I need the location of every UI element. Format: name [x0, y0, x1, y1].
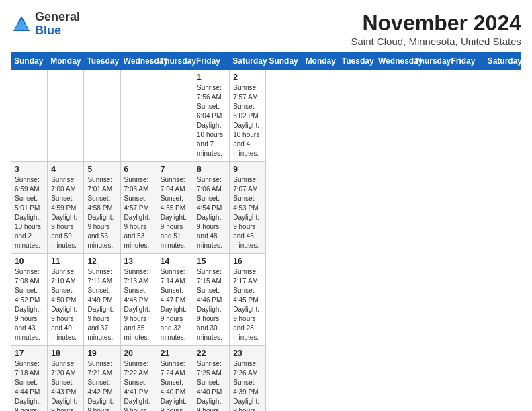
- logo-general: General: [35, 11, 80, 24]
- day-info: Sunrise: 7:25 AM Sunset: 4:40 PM Dayligh…: [197, 359, 226, 411]
- col-header-tuesday: Tuesday: [339, 53, 375, 70]
- day-number: 3: [15, 165, 44, 174]
- calendar-cell: 8Sunrise: 7:06 AM Sunset: 4:54 PM Daylig…: [193, 162, 230, 254]
- day-number: 17: [15, 349, 44, 358]
- day-number: 23: [233, 349, 262, 358]
- day-info: Sunrise: 7:24 AM Sunset: 4:40 PM Dayligh…: [161, 359, 189, 411]
- day-number: 12: [87, 257, 116, 266]
- location: Saint Cloud, Minnesota, United States: [351, 36, 521, 47]
- calendar-table: SundayMondayTuesdayWednesdayThursdayFrid…: [11, 52, 521, 411]
- calendar-cell: 17Sunrise: 7:18 AM Sunset: 4:44 PM Dayli…: [11, 346, 48, 412]
- day-number: 20: [124, 349, 153, 358]
- month-title: November 2024: [351, 11, 521, 36]
- day-info: Sunrise: 7:22 AM Sunset: 4:41 PM Dayligh…: [124, 359, 153, 411]
- calendar-cell: 10Sunrise: 7:08 AM Sunset: 4:52 PM Dayli…: [11, 254, 48, 346]
- day-info: Sunrise: 7:26 AM Sunset: 4:39 PM Dayligh…: [233, 359, 262, 411]
- calendar-cell: 5Sunrise: 7:01 AM Sunset: 4:58 PM Daylig…: [84, 162, 120, 254]
- calendar-cell: 15Sunrise: 7:15 AM Sunset: 4:46 PM Dayli…: [193, 254, 230, 346]
- day-number: 2: [233, 73, 262, 82]
- day-number: 11: [51, 257, 80, 266]
- logo-blue: Blue: [35, 24, 80, 38]
- calendar-week-row: 1Sunrise: 7:56 AM Sunset: 6:04 PM Daylig…: [11, 70, 521, 162]
- col-header-friday: Friday: [448, 53, 484, 70]
- title-area: November 2024 Saint Cloud, Minnesota, Un…: [351, 11, 521, 47]
- col-header-saturday: Saturday: [484, 53, 521, 70]
- day-info: Sunrise: 7:01 AM Sunset: 4:58 PM Dayligh…: [87, 175, 116, 250]
- day-info: Sunrise: 7:11 AM Sunset: 4:49 PM Dayligh…: [87, 267, 116, 342]
- header-friday: Friday: [193, 53, 230, 70]
- calendar-cell: 18Sunrise: 7:20 AM Sunset: 4:43 PM Dayli…: [48, 346, 84, 412]
- logo-icon: [11, 13, 32, 35]
- logo-text: General Blue: [35, 11, 80, 38]
- day-info: Sunrise: 7:00 AM Sunset: 4:59 PM Dayligh…: [51, 175, 80, 250]
- calendar-cell: [48, 70, 84, 162]
- day-info: Sunrise: 7:56 AM Sunset: 6:04 PM Dayligh…: [197, 83, 226, 158]
- day-number: 22: [197, 349, 226, 358]
- day-number: 6: [124, 165, 153, 174]
- day-info: Sunrise: 7:17 AM Sunset: 4:45 PM Dayligh…: [233, 267, 262, 342]
- calendar-cell: [11, 70, 48, 162]
- header-thursday: Thursday: [157, 53, 193, 70]
- calendar-cell: 13Sunrise: 7:13 AM Sunset: 4:48 PM Dayli…: [120, 254, 157, 346]
- calendar-week-row: 17Sunrise: 7:18 AM Sunset: 4:44 PM Dayli…: [11, 346, 521, 412]
- calendar-cell: 9Sunrise: 7:07 AM Sunset: 4:53 PM Daylig…: [230, 162, 266, 254]
- logo: General Blue: [11, 11, 80, 38]
- day-number: 19: [87, 349, 116, 358]
- calendar-cell: 20Sunrise: 7:22 AM Sunset: 4:41 PM Dayli…: [120, 346, 157, 412]
- day-number: 5: [87, 165, 116, 174]
- header: General Blue November 2024 Saint Cloud, …: [11, 11, 521, 47]
- calendar-cell: 14Sunrise: 7:14 AM Sunset: 4:47 PM Dayli…: [157, 254, 193, 346]
- header-saturday: Saturday: [230, 53, 266, 70]
- calendar-cell: 23Sunrise: 7:26 AM Sunset: 4:39 PM Dayli…: [230, 346, 266, 412]
- col-header-thursday: Thursday: [412, 53, 448, 70]
- day-number: 13: [124, 257, 153, 266]
- svg-marker-1: [15, 19, 28, 30]
- calendar-cell: [157, 70, 193, 162]
- calendar-cell: 1Sunrise: 7:56 AM Sunset: 6:04 PM Daylig…: [193, 70, 230, 162]
- calendar-cell: 3Sunrise: 6:59 AM Sunset: 5:01 PM Daylig…: [11, 162, 48, 254]
- calendar-cell: 22Sunrise: 7:25 AM Sunset: 4:40 PM Dayli…: [193, 346, 230, 412]
- calendar-header-row: SundayMondayTuesdayWednesdayThursdayFrid…: [11, 53, 521, 70]
- day-number: 10: [15, 257, 44, 266]
- day-number: 4: [51, 165, 80, 174]
- header-tuesday: Tuesday: [84, 53, 120, 70]
- day-info: Sunrise: 7:10 AM Sunset: 4:50 PM Dayligh…: [51, 267, 80, 342]
- day-number: 7: [161, 165, 189, 174]
- calendar-cell: 12Sunrise: 7:11 AM Sunset: 4:49 PM Dayli…: [84, 254, 120, 346]
- col-header-monday: Monday: [302, 53, 339, 70]
- day-number: 14: [161, 257, 189, 266]
- calendar-cell: 21Sunrise: 7:24 AM Sunset: 4:40 PM Dayli…: [157, 346, 193, 412]
- day-info: Sunrise: 7:07 AM Sunset: 4:53 PM Dayligh…: [233, 175, 262, 250]
- day-number: 21: [161, 349, 189, 358]
- day-info: Sunrise: 7:06 AM Sunset: 4:54 PM Dayligh…: [197, 175, 226, 250]
- header-sunday: Sunday: [11, 53, 48, 70]
- day-number: 16: [233, 257, 262, 266]
- day-info: Sunrise: 7:14 AM Sunset: 4:47 PM Dayligh…: [161, 267, 189, 342]
- calendar-cell: 4Sunrise: 7:00 AM Sunset: 4:59 PM Daylig…: [48, 162, 84, 254]
- col-header-wednesday: Wednesday: [375, 53, 412, 70]
- header-monday: Monday: [48, 53, 84, 70]
- calendar-cell: 7Sunrise: 7:04 AM Sunset: 4:55 PM Daylig…: [157, 162, 193, 254]
- day-info: Sunrise: 7:57 AM Sunset: 6:02 PM Dayligh…: [233, 83, 262, 158]
- calendar-cell: [84, 70, 120, 162]
- calendar-cell: 2Sunrise: 7:57 AM Sunset: 6:02 PM Daylig…: [230, 70, 266, 162]
- day-info: Sunrise: 7:15 AM Sunset: 4:46 PM Dayligh…: [197, 267, 226, 342]
- day-number: 15: [197, 257, 226, 266]
- day-number: 1: [197, 73, 226, 82]
- day-info: Sunrise: 7:21 AM Sunset: 4:42 PM Dayligh…: [87, 359, 116, 411]
- calendar-cell: 6Sunrise: 7:03 AM Sunset: 4:57 PM Daylig…: [120, 162, 157, 254]
- day-number: 18: [51, 349, 80, 358]
- calendar-cell: [120, 70, 157, 162]
- day-info: Sunrise: 7:18 AM Sunset: 4:44 PM Dayligh…: [15, 359, 44, 411]
- day-info: Sunrise: 7:13 AM Sunset: 4:48 PM Dayligh…: [124, 267, 153, 342]
- calendar-week-row: 10Sunrise: 7:08 AM Sunset: 4:52 PM Dayli…: [11, 254, 521, 346]
- calendar-cell: 19Sunrise: 7:21 AM Sunset: 4:42 PM Dayli…: [84, 346, 120, 412]
- day-info: Sunrise: 7:04 AM Sunset: 4:55 PM Dayligh…: [161, 175, 189, 250]
- day-number: 8: [197, 165, 226, 174]
- calendar-cell: 16Sunrise: 7:17 AM Sunset: 4:45 PM Dayli…: [230, 254, 266, 346]
- col-header-sunday: Sunday: [266, 53, 302, 70]
- calendar-cell: 11Sunrise: 7:10 AM Sunset: 4:50 PM Dayli…: [48, 254, 84, 346]
- day-info: Sunrise: 7:20 AM Sunset: 4:43 PM Dayligh…: [51, 359, 80, 411]
- day-number: 9: [233, 165, 262, 174]
- calendar-week-row: 3Sunrise: 6:59 AM Sunset: 5:01 PM Daylig…: [11, 162, 521, 254]
